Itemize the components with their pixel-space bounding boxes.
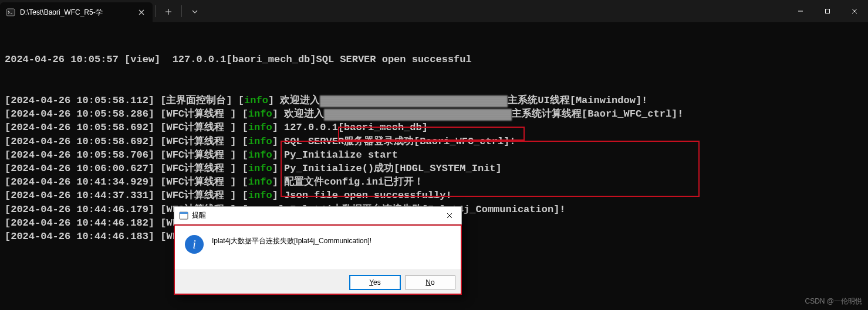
log-line: [2024-04-26 10:05:58.692] [WFC计算线程 ] [in… <box>5 135 863 148</box>
yes-rest: es <box>373 278 381 287</box>
dialog-message: Iplat4j大数据平台连接失败[Iplat4j_Communication]! <box>212 235 371 246</box>
svg-rect-3 <box>180 212 188 214</box>
dialog-close-button[interactable] <box>440 207 459 224</box>
dialog-no-button[interactable]: No <box>405 275 455 289</box>
tab-dropdown-button[interactable] <box>184 1 205 22</box>
minimize-button[interactable] <box>787 0 814 22</box>
tab-divider <box>155 5 156 17</box>
tab-title: D:\Test\Baori_WFC_R5-学 <box>20 8 131 18</box>
log-line: [2024-04-26 10:44:37.331] [WFC计算线程 ] [in… <box>5 189 863 202</box>
tab-divider-2 <box>181 5 182 17</box>
dialog-body: i Iplat4j大数据平台连接失败[Iplat4j_Communication… <box>174 224 461 270</box>
window-controls <box>787 0 868 22</box>
dialog-titlebar[interactable]: 提醒 <box>174 207 461 224</box>
log-line: [2024-04-26 10:05:58.706] [WFC计算线程 ] [in… <box>5 148 863 162</box>
dialog-title: 提醒 <box>192 210 437 220</box>
log-line: [2024-04-26 10:41:34.929] [WFC计算线程 ] [in… <box>5 175 863 189</box>
svg-rect-0 <box>6 9 15 16</box>
watermark: CSDN @一伦明悦 <box>805 297 862 306</box>
titlebar-drag-region[interactable] <box>205 0 787 22</box>
log-header-line: 2024-04-26 10:05:57 [view] 127.0.0.1[bao… <box>5 53 863 66</box>
dialog-yes-button[interactable]: Yes <box>350 275 400 289</box>
info-icon: i <box>185 235 204 254</box>
svg-rect-1 <box>826 9 830 13</box>
tab-close-button[interactable] <box>136 7 147 18</box>
new-tab-button[interactable] <box>158 1 179 22</box>
log-line: [2024-04-26 10:05:58.692] [WFC计算线程 ] [in… <box>5 121 863 134</box>
log-line: [2024-04-26 10:05:58.286] [WFC计算线程 ] [in… <box>5 107 863 121</box>
window-titlebar: D:\Test\Baori_WFC_R5-学 <box>0 0 868 22</box>
log-line: [2024-04-26 10:06:00.627] [WFC计算线程 ] [in… <box>5 162 863 175</box>
no-rest: o <box>431 278 435 287</box>
terminal-app-icon <box>6 8 15 17</box>
dialog-app-icon <box>179 211 188 220</box>
log-line: [2024-04-26 10:05:58.112] [主界面控制台] [info… <box>5 94 863 107</box>
redacted-text <box>320 96 508 107</box>
terminal-tab-active[interactable]: D:\Test\Baori_WFC_R5-学 <box>0 2 153 22</box>
window-close-button[interactable] <box>841 0 868 22</box>
messagebox-dialog: 提醒 i Iplat4j大数据平台连接失败[Iplat4j_Communicat… <box>174 206 462 295</box>
redacted-text <box>324 109 512 121</box>
dialog-button-row: Yes No <box>174 270 461 294</box>
tabbar-rest <box>153 0 205 22</box>
maximize-button[interactable] <box>814 0 841 22</box>
